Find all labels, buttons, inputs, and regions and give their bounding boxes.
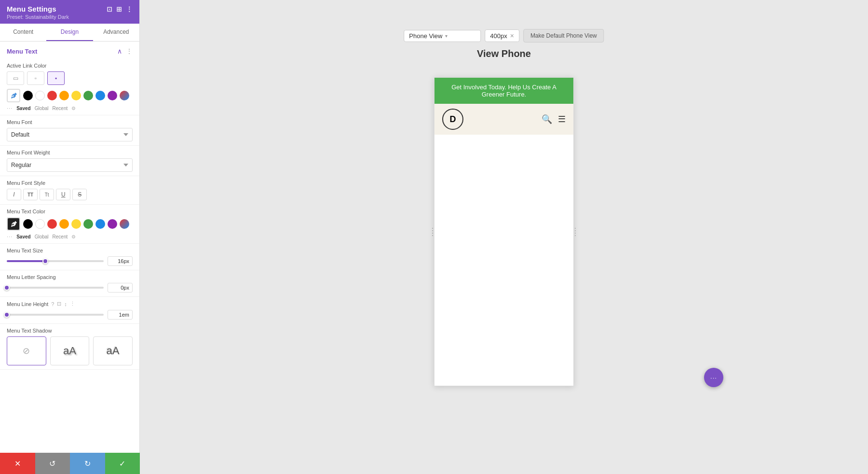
redo-button[interactable]: ↻ [70,453,105,474]
font-style-buttons: I TT Tt U S [7,189,133,200]
preview-logo: D [442,109,463,130]
panel-icon-grid[interactable]: ⊞ [116,5,122,13]
section-more-icon[interactable]: ⋮ [126,47,133,55]
menu-text-color-tags: ··· Saved Global Recent ⚙ [7,234,133,239]
resize-dots-left [432,228,433,236]
menu-font-group: Menu Font Default [0,115,139,146]
section-collapse-icon[interactable]: ∧ [117,47,122,55]
cancel-button[interactable]: ✕ [0,453,35,474]
tc-red[interactable] [47,219,57,229]
view-size-input: 400px × [485,29,519,42]
tc-more-icon[interactable]: ··· [7,234,13,239]
toggle-icon-square[interactable]: ▭ [7,71,24,85]
shadow-text-a1: aA [63,345,76,357]
nav-search-icon[interactable]: 🔍 [542,114,552,125]
tc-black[interactable] [23,219,33,229]
tc-gradient[interactable] [120,219,129,229]
menu-text-color-eyedropper[interactable] [7,217,20,231]
menu-letter-spacing-input[interactable] [108,283,133,293]
menu-text-size-track[interactable] [7,260,104,262]
tab-design[interactable]: Design [46,24,93,41]
preview-banner: Get Involved Today. Help Us Create A Gre… [434,78,573,104]
color-gradient[interactable] [120,91,129,100]
menu-font-weight-label: Menu Font Weight [7,150,133,155]
default-view-button[interactable]: Make Default Phone View [523,29,604,42]
section-icons: ∧ ⋮ [117,47,133,55]
line-height-cursor-icon[interactable]: ↕ [64,301,67,307]
menu-letter-spacing-thumb[interactable] [4,285,10,291]
tc-white[interactable] [35,219,45,229]
tc-recent-tag[interactable]: Recent [53,234,68,239]
menu-text-size-input[interactable] [108,256,133,266]
color-white[interactable] [35,91,45,100]
tab-advanced[interactable]: Advanced [93,24,139,41]
font-style-title-caps[interactable]: Tt [40,189,54,200]
panel-title-icons: ⊡ ⊞ ⋮ [107,5,133,13]
toggle-icon-square2[interactable]: ▫ [27,71,44,85]
save-button[interactable]: ✓ [105,453,140,474]
color-more-icon[interactable]: ··· [7,105,13,111]
menu-font-style-group: Menu Font Style I TT Tt U S [0,176,139,205]
color-black[interactable] [23,91,33,100]
color-orange[interactable] [59,91,69,100]
color-global-tag[interactable]: Global [35,106,49,111]
shadow-none[interactable]: ⊘ [7,336,46,365]
color-saved-tag[interactable]: Saved [16,106,30,111]
tc-purple[interactable] [108,219,117,229]
color-yellow[interactable] [71,91,81,100]
active-link-color-swatches [23,91,129,100]
color-red[interactable] [47,91,57,100]
menu-letter-spacing-track[interactable] [7,287,104,289]
shadow-style1[interactable]: aA [50,336,90,365]
panel-tabs: Content Design Advanced [0,24,139,42]
menu-text-color-picker-row [7,217,133,231]
menu-letter-spacing-label: Menu Letter Spacing [7,274,133,280]
tc-orange[interactable] [59,219,69,229]
right-resize-handle[interactable] [574,159,577,304]
font-style-all-caps[interactable]: TT [23,189,38,200]
menu-font-select[interactable]: Default [7,128,133,141]
line-height-more-icon[interactable]: ⋮ [70,301,75,307]
font-style-italic[interactable]: I [7,189,21,200]
font-style-strikethrough[interactable]: S [72,189,87,200]
view-size-close-icon[interactable]: × [510,32,514,40]
tc-blue[interactable] [95,219,105,229]
line-height-help-icon[interactable]: ? [51,301,54,307]
tc-gear-icon[interactable]: ⚙ [71,234,76,239]
tab-content[interactable]: Content [0,24,46,41]
color-blue[interactable] [95,91,105,100]
nav-menu-icon[interactable]: ☰ [558,114,566,125]
line-height-link-icon[interactable]: ⊡ [57,301,61,307]
font-style-underline[interactable]: U [56,189,70,200]
menu-text-shadow-label: Menu Text Shadow [7,328,133,334]
menu-font-weight-select[interactable]: Regular [7,158,133,172]
menu-text-size-slider-row [7,256,133,266]
color-purple[interactable] [108,91,117,100]
color-gear-icon[interactable]: ⚙ [71,106,76,111]
fab-icon[interactable]: ··· [704,368,723,387]
toggle-icon-active[interactable]: ▪ [47,71,65,85]
undo-button[interactable]: ↺ [35,453,70,474]
color-green[interactable] [83,91,93,100]
menu-line-height-thumb[interactable] [4,312,10,318]
shadow-style2[interactable]: aA [93,336,133,365]
menu-text-size-fill [7,260,45,262]
active-link-color-toggles: ▭ ▫ ▪ [7,71,133,85]
tc-saved-tag[interactable]: Saved [16,234,30,239]
view-select[interactable]: Phone View ▾ [404,30,481,42]
active-link-color-eyedropper[interactable] [7,89,20,102]
panel-icon-more[interactable]: ⋮ [126,5,133,13]
tc-green[interactable] [83,219,93,229]
panel-icon-copy[interactable]: ⊡ [107,5,112,13]
menu-line-height-track[interactable] [7,314,104,316]
tc-yellow[interactable] [71,219,81,229]
panel-title-row: Menu Settings ⊡ ⊞ ⋮ [7,5,133,13]
color-recent-tag[interactable]: Recent [53,106,68,111]
fab-button[interactable]: ··· [704,368,723,387]
menu-letter-spacing-slider-row [7,283,133,293]
tc-global-tag[interactable]: Global [35,234,49,239]
resize-dots-right [575,228,576,236]
menu-text-size-thumb[interactable] [42,258,48,264]
view-select-arrow-icon: ▾ [445,33,448,39]
menu-line-height-input[interactable] [108,310,133,320]
